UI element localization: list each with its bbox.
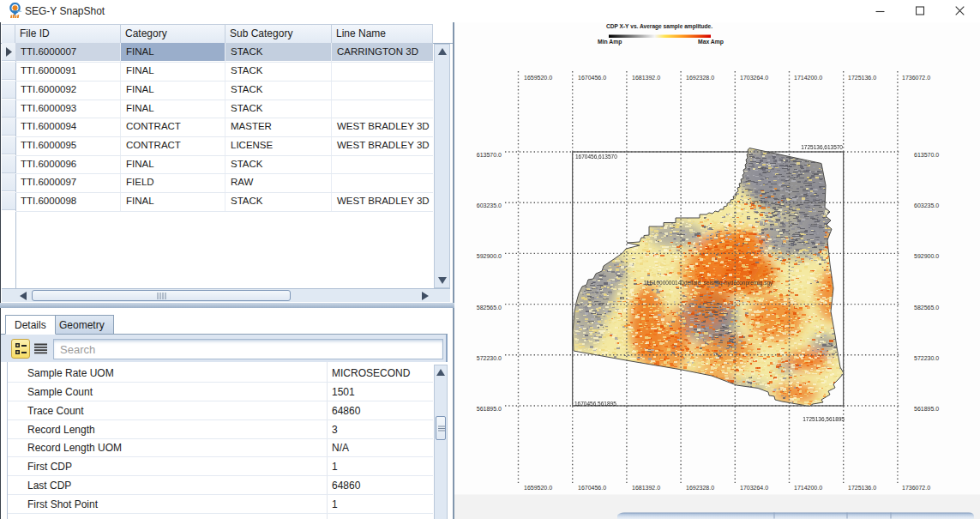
svg-text:561895.0: 561895.0	[914, 406, 939, 412]
svg-text:1736072.0: 1736072.0	[902, 75, 930, 81]
svg-text:1725136.0: 1725136.0	[848, 75, 876, 81]
svg-text:1714200.0: 1714200.0	[794, 75, 822, 81]
svg-text:613570.0: 613570.0	[477, 152, 502, 158]
svg-text:1725136,613570: 1725136,613570	[801, 144, 843, 150]
svg-text:592900.0: 592900.0	[914, 253, 939, 259]
svg-text:1692328.0: 1692328.0	[686, 75, 714, 81]
svg-text:1692328.0: 1692328.0	[686, 485, 714, 491]
svg-text:CDP X-Y vs. Average sample amp: CDP X-Y vs. Average sample amplitude.	[606, 23, 712, 30]
svg-text:603235.0: 603235.0	[914, 202, 939, 208]
svg-text:572230.0: 572230.0	[914, 355, 939, 361]
svg-text:11E1000000140deltaid_seismiq-h: 11E1000000140deltaid_seismiq-hydeconprem…	[644, 280, 773, 287]
svg-text:603235.0: 603235.0	[477, 202, 502, 208]
svg-text:582565.0: 582565.0	[914, 305, 939, 311]
svg-text:561895.0: 561895.0	[477, 406, 502, 412]
svg-text:1703264.0: 1703264.0	[740, 485, 768, 491]
svg-text:1670456.0: 1670456.0	[578, 485, 606, 491]
svg-text:1659520.0: 1659520.0	[524, 75, 552, 81]
svg-text:1714200.0: 1714200.0	[794, 485, 822, 491]
svg-text:Min Amp: Min Amp	[598, 39, 622, 45]
svg-text:1681392.0: 1681392.0	[632, 75, 660, 81]
svg-text:1670456,561895: 1670456,561895	[574, 401, 616, 407]
svg-text:1670456,613570: 1670456,613570	[575, 154, 617, 160]
svg-text:572230.0: 572230.0	[477, 355, 502, 361]
svg-text:582565.0: 582565.0	[477, 305, 502, 311]
svg-text:1725136.0: 1725136.0	[848, 485, 876, 491]
svg-text:1681392.0: 1681392.0	[632, 485, 660, 491]
svg-text:1725136,561895: 1725136,561895	[803, 416, 845, 422]
svg-text:1703264.0: 1703264.0	[740, 75, 768, 81]
svg-text:1659520.0: 1659520.0	[524, 485, 552, 491]
svg-text:Max Amp: Max Amp	[698, 39, 724, 45]
svg-text:613570.0: 613570.0	[914, 152, 939, 158]
svg-text:1736072.0: 1736072.0	[902, 485, 930, 491]
svg-text:1670456.0: 1670456.0	[578, 75, 606, 81]
svg-text:592900.0: 592900.0	[477, 253, 502, 259]
